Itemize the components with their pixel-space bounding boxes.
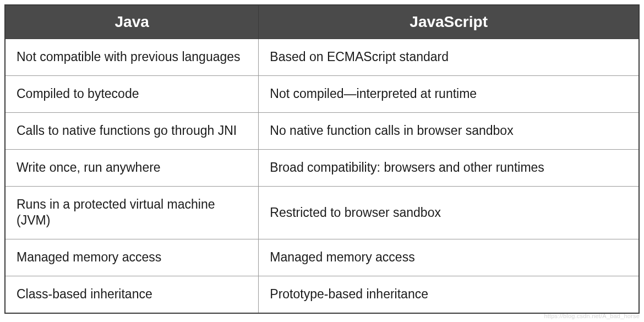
cell-javascript: Prototype-based inheritance: [259, 276, 639, 313]
cell-java: Not compatible with previous languages: [5, 39, 259, 76]
cell-javascript: No native function calls in browser sand…: [259, 112, 639, 149]
cell-java: Compiled to bytecode: [5, 75, 259, 112]
cell-java: Runs in a protected virtual machine (JVM…: [5, 186, 259, 239]
cell-javascript: Restricted to browser sandbox: [259, 186, 639, 239]
cell-javascript: Broad compatibility: browsers and other …: [259, 149, 639, 186]
comparison-table: Java JavaScript Not compatible with prev…: [4, 4, 640, 314]
cell-javascript: Not compiled—interpreted at runtime: [259, 75, 639, 112]
table-row: Not compatible with previous languages B…: [5, 39, 639, 76]
table-row: Write once, run anywhere Broad compatibi…: [5, 149, 639, 186]
table-header-row: Java JavaScript: [5, 5, 639, 39]
cell-java: Class-based inheritance: [5, 276, 259, 313]
cell-javascript: Based on ECMAScript standard: [259, 39, 639, 76]
cell-java: Write once, run anywhere: [5, 149, 259, 186]
cell-java: Calls to native functions go through JNI: [5, 112, 259, 149]
header-javascript: JavaScript: [259, 5, 639, 39]
cell-java: Managed memory access: [5, 239, 259, 276]
table-row: Managed memory access Managed memory acc…: [5, 239, 639, 276]
header-java: Java: [5, 5, 259, 39]
table-row: Class-based inheritance Prototype-based …: [5, 276, 639, 313]
cell-javascript: Managed memory access: [259, 239, 639, 276]
watermark-text: https://blog.csdn.net/A_bad_horse: [544, 313, 640, 318]
table-row: Compiled to bytecode Not compiled—interp…: [5, 75, 639, 112]
table-row: Runs in a protected virtual machine (JVM…: [5, 186, 639, 239]
table-row: Calls to native functions go through JNI…: [5, 112, 639, 149]
